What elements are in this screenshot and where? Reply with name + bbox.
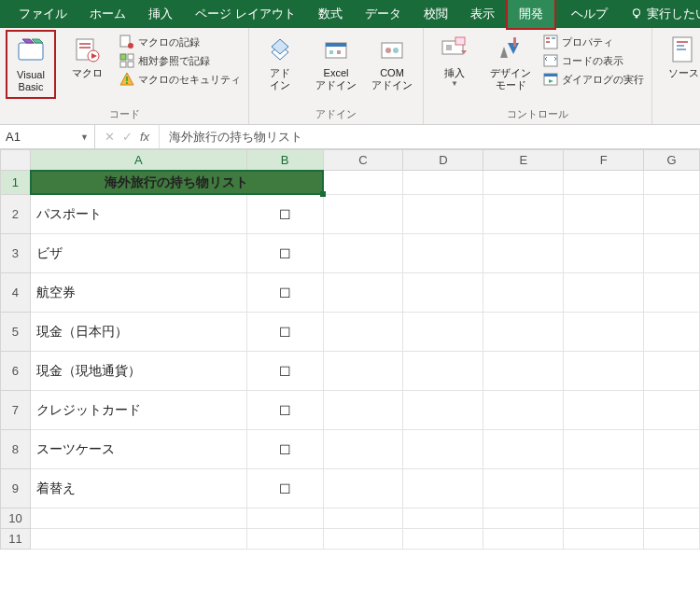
row-header-3[interactable]: 3: [1, 234, 31, 273]
cell-D3[interactable]: [403, 234, 483, 273]
cell-A7[interactable]: クレジットカード: [30, 391, 246, 430]
cell-F11[interactable]: [564, 529, 644, 550]
cell-C5[interactable]: [323, 313, 403, 352]
cell-A6[interactable]: 現金（現地通貨）: [30, 352, 246, 391]
cell-G1[interactable]: [644, 171, 700, 195]
tab-page-layout[interactable]: ページ レイアウト: [184, 0, 307, 28]
cell-D6[interactable]: [403, 352, 483, 391]
tab-file[interactable]: ファイル: [7, 0, 78, 28]
source-button[interactable]: ソース: [658, 32, 700, 81]
col-header-G[interactable]: G: [644, 150, 700, 171]
select-all-corner[interactable]: [1, 150, 31, 171]
cell-G3[interactable]: [644, 234, 700, 273]
cell-E3[interactable]: [483, 234, 564, 273]
cell-C10[interactable]: [323, 508, 403, 529]
cell-F5[interactable]: [564, 313, 644, 352]
col-header-D[interactable]: D: [403, 150, 483, 171]
tab-developer[interactable]: 開発: [506, 0, 556, 30]
cell-C3[interactable]: [323, 234, 403, 273]
cell-E6[interactable]: [483, 352, 564, 391]
fill-handle[interactable]: [320, 191, 326, 197]
col-header-F[interactable]: F: [564, 150, 644, 171]
fx-icon[interactable]: fx: [140, 130, 149, 144]
cell-G5[interactable]: [644, 313, 700, 352]
tab-review[interactable]: 校閲: [413, 0, 459, 28]
cell-D11[interactable]: [403, 529, 483, 550]
cell-D1[interactable]: [403, 171, 483, 195]
cell-B10[interactable]: [246, 508, 323, 529]
cell-E10[interactable]: [483, 508, 564, 529]
cell-C2[interactable]: [323, 195, 403, 234]
cell-D8[interactable]: [403, 430, 483, 469]
cell-F6[interactable]: [564, 352, 644, 391]
cell-G11[interactable]: [644, 529, 700, 550]
cell-D10[interactable]: [403, 508, 483, 529]
cell-E2[interactable]: [483, 195, 564, 234]
record-macro-button[interactable]: マクロの記録: [118, 34, 243, 50]
cell-A8[interactable]: スーツケース: [30, 430, 246, 469]
cell-B4[interactable]: ☐: [246, 273, 323, 313]
col-header-A[interactable]: A: [30, 150, 246, 171]
cell-E11[interactable]: [483, 529, 564, 550]
row-header-11[interactable]: 11: [1, 529, 31, 550]
cell-A11[interactable]: [30, 529, 246, 550]
cell-F1[interactable]: [564, 171, 644, 195]
visual-basic-button[interactable]: Visual Basic: [6, 30, 56, 99]
cell-A1[interactable]: 海外旅行の持ち物リスト: [30, 171, 323, 195]
cell-G9[interactable]: [644, 469, 700, 508]
excel-addins-button[interactable]: Excel アドイン: [311, 32, 361, 93]
cell-F8[interactable]: [564, 430, 644, 469]
cell-G4[interactable]: [644, 273, 700, 313]
cell-F2[interactable]: [564, 195, 644, 234]
cell-A3[interactable]: ビザ: [30, 234, 246, 273]
cell-F3[interactable]: [564, 234, 644, 273]
worksheet-grid[interactable]: A B C D E F G 1 海外旅行の持ち物リスト 2 パスポート ☐ 3 …: [0, 149, 700, 550]
cell-E7[interactable]: [483, 391, 564, 430]
cell-A10[interactable]: [30, 508, 246, 529]
tab-formulas[interactable]: 数式: [307, 0, 354, 28]
cell-C11[interactable]: [323, 529, 403, 550]
col-header-E[interactable]: E: [483, 150, 564, 171]
cell-G2[interactable]: [644, 195, 700, 234]
cell-C4[interactable]: [323, 273, 403, 313]
cell-D5[interactable]: [403, 313, 483, 352]
addins-button[interactable]: アド イン: [255, 32, 305, 93]
name-box-dropdown-icon[interactable]: ▼: [80, 132, 89, 142]
cell-E5[interactable]: [483, 313, 564, 352]
properties-button[interactable]: プロパティ: [541, 34, 646, 50]
cell-A4[interactable]: 航空券: [30, 273, 246, 313]
row-header-7[interactable]: 7: [1, 391, 31, 430]
cell-B2[interactable]: ☐: [246, 195, 323, 234]
tab-view[interactable]: 表示: [459, 0, 506, 28]
design-mode-button[interactable]: デザイン モード: [485, 32, 536, 93]
cell-G10[interactable]: [644, 508, 700, 529]
cell-G6[interactable]: [644, 352, 700, 391]
cell-G7[interactable]: [644, 391, 700, 430]
cell-B6[interactable]: ☐: [246, 352, 323, 391]
row-header-5[interactable]: 5: [1, 313, 31, 352]
cell-E8[interactable]: [483, 430, 564, 469]
cell-D4[interactable]: [403, 273, 483, 313]
cell-B5[interactable]: ☐: [246, 313, 323, 352]
cell-B11[interactable]: [246, 529, 323, 550]
cell-F7[interactable]: [564, 391, 644, 430]
enter-icon[interactable]: ✓: [122, 130, 133, 144]
run-dialog-button[interactable]: ダイアログの実行: [541, 71, 646, 88]
cell-A2[interactable]: パスポート: [30, 195, 246, 234]
cell-D2[interactable]: [403, 195, 483, 234]
cell-B8[interactable]: ☐: [246, 430, 323, 469]
tab-insert[interactable]: 挿入: [137, 0, 184, 28]
tell-me[interactable]: 実行したい: [619, 0, 700, 28]
cell-B7[interactable]: ☐: [246, 391, 323, 430]
macros-button[interactable]: マクロ: [62, 32, 112, 81]
cell-F9[interactable]: [564, 469, 644, 508]
macro-security-button[interactable]: マクロのセキュリティ: [118, 71, 243, 88]
cell-C1[interactable]: [323, 171, 403, 195]
cell-E4[interactable]: [483, 273, 564, 313]
cell-C6[interactable]: [323, 352, 403, 391]
name-box[interactable]: A1 ▼: [0, 125, 95, 148]
cell-E9[interactable]: [483, 469, 564, 508]
cell-D9[interactable]: [403, 469, 483, 508]
cell-C8[interactable]: [323, 430, 403, 469]
cell-B3[interactable]: ☐: [246, 234, 323, 273]
